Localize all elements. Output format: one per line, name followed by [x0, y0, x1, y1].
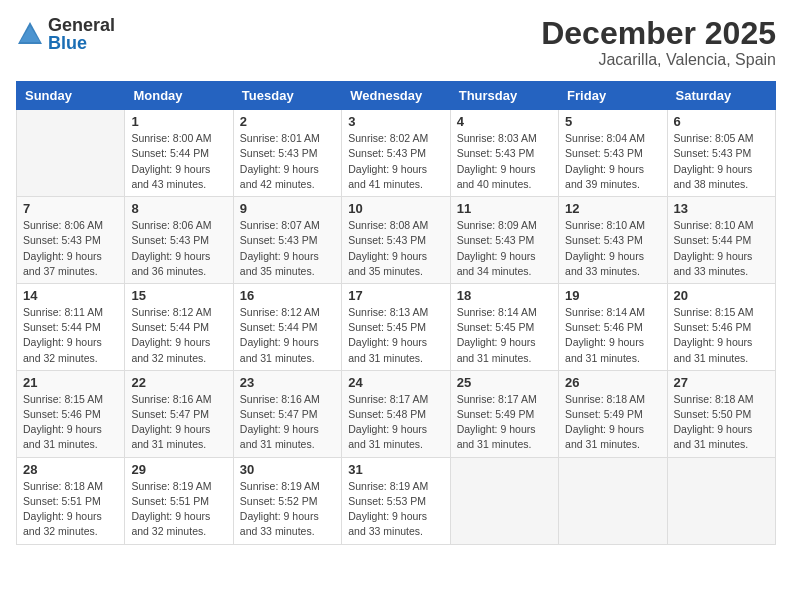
day-cell: 17Sunrise: 8:13 AMSunset: 5:45 PMDayligh… — [342, 283, 450, 370]
day-number: 19 — [565, 288, 660, 303]
day-number: 14 — [23, 288, 118, 303]
day-cell: 30Sunrise: 8:19 AMSunset: 5:52 PMDayligh… — [233, 457, 341, 544]
day-number: 29 — [131, 462, 226, 477]
day-cell: 1Sunrise: 8:00 AMSunset: 5:44 PMDaylight… — [125, 110, 233, 197]
day-number: 20 — [674, 288, 769, 303]
day-cell — [559, 457, 667, 544]
logo-icon — [16, 20, 44, 48]
logo-blue: Blue — [48, 34, 115, 52]
day-number: 12 — [565, 201, 660, 216]
day-header-sunday: Sunday — [17, 82, 125, 110]
day-header-monday: Monday — [125, 82, 233, 110]
logo-text: General Blue — [48, 16, 115, 52]
day-cell: 2Sunrise: 8:01 AMSunset: 5:43 PMDaylight… — [233, 110, 341, 197]
week-row-3: 14Sunrise: 8:11 AMSunset: 5:44 PMDayligh… — [17, 283, 776, 370]
day-info: Sunrise: 8:12 AMSunset: 5:44 PMDaylight:… — [240, 305, 335, 366]
day-info: Sunrise: 8:18 AMSunset: 5:49 PMDaylight:… — [565, 392, 660, 453]
day-number: 15 — [131, 288, 226, 303]
day-cell: 21Sunrise: 8:15 AMSunset: 5:46 PMDayligh… — [17, 370, 125, 457]
day-cell: 3Sunrise: 8:02 AMSunset: 5:43 PMDaylight… — [342, 110, 450, 197]
day-info: Sunrise: 8:06 AMSunset: 5:43 PMDaylight:… — [131, 218, 226, 279]
day-number: 10 — [348, 201, 443, 216]
day-cell: 11Sunrise: 8:09 AMSunset: 5:43 PMDayligh… — [450, 197, 558, 284]
logo: General Blue — [16, 16, 115, 52]
day-info: Sunrise: 8:18 AMSunset: 5:51 PMDaylight:… — [23, 479, 118, 540]
day-number: 25 — [457, 375, 552, 390]
day-info: Sunrise: 8:14 AMSunset: 5:46 PMDaylight:… — [565, 305, 660, 366]
day-header-thursday: Thursday — [450, 82, 558, 110]
day-cell: 4Sunrise: 8:03 AMSunset: 5:43 PMDaylight… — [450, 110, 558, 197]
day-cell: 15Sunrise: 8:12 AMSunset: 5:44 PMDayligh… — [125, 283, 233, 370]
location-title: Jacarilla, Valencia, Spain — [541, 51, 776, 69]
day-cell: 18Sunrise: 8:14 AMSunset: 5:45 PMDayligh… — [450, 283, 558, 370]
calendar: SundayMondayTuesdayWednesdayThursdayFrid… — [16, 81, 776, 544]
day-number: 21 — [23, 375, 118, 390]
day-cell: 22Sunrise: 8:16 AMSunset: 5:47 PMDayligh… — [125, 370, 233, 457]
day-cell: 28Sunrise: 8:18 AMSunset: 5:51 PMDayligh… — [17, 457, 125, 544]
day-cell: 10Sunrise: 8:08 AMSunset: 5:43 PMDayligh… — [342, 197, 450, 284]
day-number: 7 — [23, 201, 118, 216]
day-info: Sunrise: 8:19 AMSunset: 5:51 PMDaylight:… — [131, 479, 226, 540]
day-cell: 29Sunrise: 8:19 AMSunset: 5:51 PMDayligh… — [125, 457, 233, 544]
day-info: Sunrise: 8:11 AMSunset: 5:44 PMDaylight:… — [23, 305, 118, 366]
day-info: Sunrise: 8:16 AMSunset: 5:47 PMDaylight:… — [131, 392, 226, 453]
day-cell: 20Sunrise: 8:15 AMSunset: 5:46 PMDayligh… — [667, 283, 775, 370]
day-info: Sunrise: 8:09 AMSunset: 5:43 PMDaylight:… — [457, 218, 552, 279]
day-info: Sunrise: 8:17 AMSunset: 5:49 PMDaylight:… — [457, 392, 552, 453]
day-info: Sunrise: 8:00 AMSunset: 5:44 PMDaylight:… — [131, 131, 226, 192]
day-number: 6 — [674, 114, 769, 129]
day-number: 4 — [457, 114, 552, 129]
day-info: Sunrise: 8:12 AMSunset: 5:44 PMDaylight:… — [131, 305, 226, 366]
day-cell: 12Sunrise: 8:10 AMSunset: 5:43 PMDayligh… — [559, 197, 667, 284]
day-info: Sunrise: 8:16 AMSunset: 5:47 PMDaylight:… — [240, 392, 335, 453]
day-info: Sunrise: 8:04 AMSunset: 5:43 PMDaylight:… — [565, 131, 660, 192]
day-info: Sunrise: 8:18 AMSunset: 5:50 PMDaylight:… — [674, 392, 769, 453]
day-info: Sunrise: 8:17 AMSunset: 5:48 PMDaylight:… — [348, 392, 443, 453]
day-number: 30 — [240, 462, 335, 477]
day-info: Sunrise: 8:19 AMSunset: 5:53 PMDaylight:… — [348, 479, 443, 540]
day-cell — [667, 457, 775, 544]
day-number: 22 — [131, 375, 226, 390]
month-title: December 2025 — [541, 16, 776, 51]
week-row-2: 7Sunrise: 8:06 AMSunset: 5:43 PMDaylight… — [17, 197, 776, 284]
day-number: 2 — [240, 114, 335, 129]
day-number: 16 — [240, 288, 335, 303]
day-info: Sunrise: 8:07 AMSunset: 5:43 PMDaylight:… — [240, 218, 335, 279]
day-number: 31 — [348, 462, 443, 477]
title-area: December 2025 Jacarilla, Valencia, Spain — [541, 16, 776, 69]
day-cell: 24Sunrise: 8:17 AMSunset: 5:48 PMDayligh… — [342, 370, 450, 457]
day-info: Sunrise: 8:01 AMSunset: 5:43 PMDaylight:… — [240, 131, 335, 192]
svg-marker-1 — [20, 26, 40, 42]
day-number: 13 — [674, 201, 769, 216]
week-row-4: 21Sunrise: 8:15 AMSunset: 5:46 PMDayligh… — [17, 370, 776, 457]
day-cell: 25Sunrise: 8:17 AMSunset: 5:49 PMDayligh… — [450, 370, 558, 457]
day-number: 17 — [348, 288, 443, 303]
day-header-wednesday: Wednesday — [342, 82, 450, 110]
day-number: 1 — [131, 114, 226, 129]
day-info: Sunrise: 8:10 AMSunset: 5:43 PMDaylight:… — [565, 218, 660, 279]
day-number: 23 — [240, 375, 335, 390]
day-info: Sunrise: 8:14 AMSunset: 5:45 PMDaylight:… — [457, 305, 552, 366]
day-cell: 9Sunrise: 8:07 AMSunset: 5:43 PMDaylight… — [233, 197, 341, 284]
day-number: 8 — [131, 201, 226, 216]
day-info: Sunrise: 8:15 AMSunset: 5:46 PMDaylight:… — [23, 392, 118, 453]
day-number: 5 — [565, 114, 660, 129]
day-info: Sunrise: 8:03 AMSunset: 5:43 PMDaylight:… — [457, 131, 552, 192]
day-cell: 6Sunrise: 8:05 AMSunset: 5:43 PMDaylight… — [667, 110, 775, 197]
day-number: 24 — [348, 375, 443, 390]
day-info: Sunrise: 8:02 AMSunset: 5:43 PMDaylight:… — [348, 131, 443, 192]
header: General Blue December 2025 Jacarilla, Va… — [16, 16, 776, 69]
day-info: Sunrise: 8:19 AMSunset: 5:52 PMDaylight:… — [240, 479, 335, 540]
day-cell: 31Sunrise: 8:19 AMSunset: 5:53 PMDayligh… — [342, 457, 450, 544]
day-number: 9 — [240, 201, 335, 216]
week-row-5: 28Sunrise: 8:18 AMSunset: 5:51 PMDayligh… — [17, 457, 776, 544]
day-cell: 5Sunrise: 8:04 AMSunset: 5:43 PMDaylight… — [559, 110, 667, 197]
day-info: Sunrise: 8:15 AMSunset: 5:46 PMDaylight:… — [674, 305, 769, 366]
day-info: Sunrise: 8:10 AMSunset: 5:44 PMDaylight:… — [674, 218, 769, 279]
logo-general: General — [48, 16, 115, 34]
day-info: Sunrise: 8:06 AMSunset: 5:43 PMDaylight:… — [23, 218, 118, 279]
day-cell: 7Sunrise: 8:06 AMSunset: 5:43 PMDaylight… — [17, 197, 125, 284]
day-cell: 26Sunrise: 8:18 AMSunset: 5:49 PMDayligh… — [559, 370, 667, 457]
day-cell — [17, 110, 125, 197]
day-header-tuesday: Tuesday — [233, 82, 341, 110]
